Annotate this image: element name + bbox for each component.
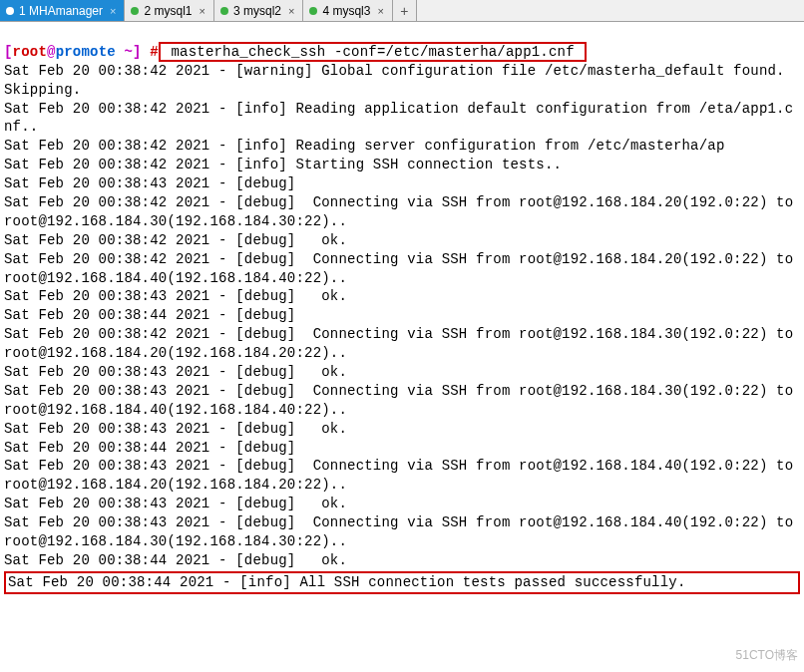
log-line: Sat Feb 20 00:38:42 2021 - [debug] ok. [4, 232, 347, 248]
tab-label: 3 mysql2 [233, 4, 281, 18]
tab-mhamanager[interactable]: 1 MHAmanager × [0, 0, 125, 21]
log-line: Sat Feb 20 00:38:42 2021 - [info] Readin… [4, 101, 793, 136]
command-highlight: masterha_check_ssh -conf=/etc/masterha/a… [159, 42, 587, 62]
log-line: Sat Feb 20 00:38:43 2021 - [debug] Conne… [4, 514, 802, 549]
tab-mysql3[interactable]: 4 mysql3 × [303, 0, 392, 21]
log-line: Sat Feb 20 00:38:43 2021 - [debug] ok. [4, 421, 347, 437]
log-line: Sat Feb 20 00:38:44 2021 - [debug] [4, 440, 295, 456]
tab-mysql1[interactable]: 2 mysql1 × [125, 0, 213, 21]
tab-label: 1 MHAmanager [19, 4, 103, 18]
prompt-tilde: ~ [124, 44, 133, 60]
tab-mysql2[interactable]: 3 mysql2 × [214, 0, 303, 21]
add-tab-button[interactable]: + [393, 0, 417, 21]
log-line: Sat Feb 20 00:38:44 2021 - [debug] ok. [4, 552, 347, 568]
status-dot-icon [6, 7, 14, 15]
log-line: Sat Feb 20 00:38:42 2021 - [debug] Conne… [4, 194, 802, 229]
log-line: Sat Feb 20 00:38:43 2021 - [debug] [4, 175, 295, 191]
log-line: Sat Feb 20 00:38:43 2021 - [debug] ok. [4, 288, 347, 304]
log-line: Sat Feb 20 00:38:42 2021 - [info] Readin… [4, 138, 725, 154]
close-icon[interactable]: × [377, 5, 383, 17]
status-dot-icon [131, 7, 139, 15]
prompt-hash: # [142, 44, 159, 60]
log-line: Sat Feb 20 00:38:42 2021 - [debug] Conne… [4, 251, 802, 286]
status-dot-icon [220, 7, 228, 15]
log-line: Sat Feb 20 00:38:44 2021 - [debug] [4, 307, 295, 323]
log-line: Sat Feb 20 00:38:43 2021 - [debug] Conne… [4, 383, 802, 418]
tab-label: 2 mysql1 [144, 4, 192, 18]
prompt-user: root [13, 44, 47, 60]
prompt-bracket-open: [ [4, 44, 13, 60]
terminal-output[interactable]: [root@promote ~] # masterha_check_ssh -c… [0, 22, 804, 619]
result-highlight: Sat Feb 20 00:38:44 2021 - [info] All SS… [4, 571, 800, 594]
tab-bar: 1 MHAmanager × 2 mysql1 × 3 mysql2 × 4 m… [0, 0, 804, 22]
log-line: Sat Feb 20 00:38:43 2021 - [debug] Conne… [4, 458, 802, 493]
prompt-at: @ [47, 44, 56, 60]
close-icon[interactable]: × [110, 5, 116, 17]
log-line: Sat Feb 20 00:38:43 2021 - [debug] ok. [4, 364, 347, 380]
log-line: Sat Feb 20 00:38:42 2021 - [info] Starti… [4, 157, 562, 172]
log-line: Sat Feb 20 00:38:43 2021 - [debug] ok. [4, 496, 347, 511]
prompt-bracket-close: ] [133, 44, 142, 60]
close-icon[interactable]: × [288, 5, 294, 17]
close-icon[interactable]: × [200, 5, 205, 17]
plus-icon: + [400, 3, 408, 19]
log-line: Sat Feb 20 00:38:42 2021 - [debug] Conne… [4, 326, 802, 361]
status-dot-icon [309, 7, 317, 15]
log-line: Sat Feb 20 00:38:42 2021 - [warning] Glo… [4, 63, 793, 98]
tab-label: 4 mysql3 [322, 4, 370, 18]
prompt-host: promote [56, 44, 116, 60]
